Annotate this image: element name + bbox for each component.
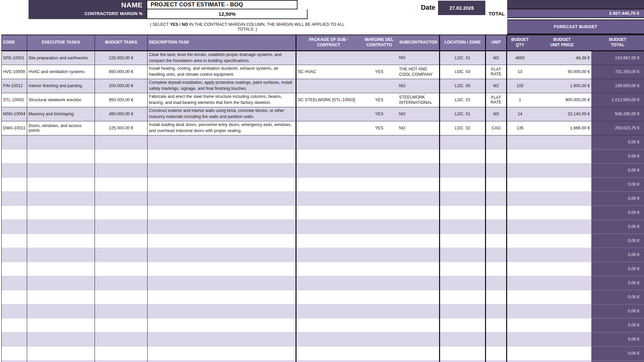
- cell-sub[interactable]: [398, 163, 440, 177]
- cell-unit[interactable]: [486, 135, 507, 149]
- cell-code[interactable]: [2, 360, 27, 362]
- cell-exec[interactable]: [27, 135, 95, 149]
- cell-qty[interactable]: [507, 191, 533, 205]
- cell-code[interactable]: SPE-10001: [2, 51, 27, 65]
- cell-exec[interactable]: [27, 304, 95, 318]
- cell-budget[interactable]: [95, 290, 148, 304]
- cell-desc[interactable]: [148, 262, 296, 276]
- cell-price[interactable]: [533, 220, 591, 234]
- cell-exec[interactable]: [27, 276, 95, 290]
- cell-price[interactable]: [533, 346, 591, 360]
- cell-loc[interactable]: [440, 149, 486, 163]
- cell-pkg[interactable]: [296, 304, 361, 318]
- cell-exec[interactable]: Doors, windows, and access points: [27, 121, 95, 135]
- cell-price[interactable]: [533, 360, 591, 362]
- cell-margin[interactable]: [361, 191, 398, 205]
- cell-exec[interactable]: [27, 318, 95, 332]
- cell-margin[interactable]: YES: [361, 121, 398, 135]
- cell-qty[interactable]: [507, 346, 533, 360]
- cell-pkg[interactable]: SC STEELWORK [STL-10003]: [296, 93, 361, 107]
- cell-total[interactable]: 0,00 €: [591, 304, 644, 318]
- cell-total[interactable]: 731.250,00 €: [591, 65, 644, 79]
- cell-desc[interactable]: [148, 177, 296, 191]
- cell-code[interactable]: [2, 346, 27, 360]
- cell-code[interactable]: [2, 149, 27, 163]
- cell-margin[interactable]: YES: [361, 65, 398, 79]
- cell-price[interactable]: 1.666,00 €: [533, 121, 591, 135]
- cell-sub[interactable]: [398, 177, 440, 191]
- cell-code[interactable]: HVC-10009: [2, 65, 27, 79]
- cell-price[interactable]: [533, 177, 591, 191]
- cell-loc[interactable]: LOC. 02: [440, 121, 486, 135]
- cell-exec[interactable]: [27, 360, 95, 362]
- cell-budget[interactable]: [95, 248, 148, 262]
- cell-exec[interactable]: [27, 205, 95, 220]
- cell-total[interactable]: 0,00 €: [591, 360, 644, 362]
- cell-sub[interactable]: [398, 149, 440, 163]
- cell-loc[interactable]: [440, 304, 486, 318]
- cell-pkg[interactable]: [296, 318, 361, 332]
- cell-margin[interactable]: [361, 135, 398, 149]
- cell-qty[interactable]: [507, 248, 533, 262]
- cell-exec[interactable]: [27, 332, 95, 346]
- cell-unit[interactable]: [486, 318, 507, 332]
- cell-margin[interactable]: [361, 177, 398, 191]
- cell-total[interactable]: 0,00 €: [591, 276, 644, 290]
- cell-loc[interactable]: LOC. 02: [440, 93, 486, 107]
- cell-desc[interactable]: [148, 318, 296, 332]
- cell-desc[interactable]: [148, 290, 296, 304]
- cell-budget[interactable]: [95, 234, 148, 248]
- cell-unit[interactable]: [486, 304, 507, 318]
- cell-margin[interactable]: [361, 332, 398, 346]
- cell-sub[interactable]: [398, 332, 440, 346]
- cell-margin[interactable]: [361, 262, 398, 276]
- cell-exec[interactable]: [27, 346, 95, 360]
- cell-pkg[interactable]: [296, 248, 361, 262]
- cell-total[interactable]: 0,00 €: [591, 346, 644, 360]
- cell-loc[interactable]: LOC. 01: [440, 107, 486, 121]
- cell-code[interactable]: [2, 177, 27, 191]
- cell-unit[interactable]: [486, 262, 507, 276]
- cell-exec[interactable]: [27, 149, 95, 163]
- cell-exec[interactable]: Structural steelwork erection: [27, 93, 95, 107]
- cell-margin[interactable]: YES: [361, 107, 398, 121]
- cell-desc[interactable]: [148, 163, 296, 177]
- cell-pkg[interactable]: [296, 234, 361, 248]
- cell-desc[interactable]: [148, 234, 296, 248]
- cell-margin[interactable]: [361, 220, 398, 234]
- cell-sub[interactable]: [398, 191, 440, 205]
- cell-margin[interactable]: [361, 51, 398, 65]
- cell-total[interactable]: 199.500,00 €: [591, 79, 644, 93]
- cell-sub[interactable]: [398, 318, 440, 332]
- cell-unit[interactable]: [486, 332, 507, 346]
- cell-qty[interactable]: 135: [507, 121, 533, 135]
- cell-pkg[interactable]: [296, 360, 361, 362]
- cell-total[interactable]: 0,00 €: [591, 205, 644, 220]
- cell-pkg[interactable]: [296, 191, 361, 205]
- cell-loc[interactable]: [440, 248, 486, 262]
- cell-loc[interactable]: [440, 191, 486, 205]
- cell-desc[interactable]: [148, 220, 296, 234]
- cell-exec[interactable]: [27, 234, 95, 248]
- cell-unit[interactable]: [486, 163, 507, 177]
- cell-pkg[interactable]: [296, 149, 361, 163]
- cell-price[interactable]: [533, 205, 591, 220]
- cell-sub[interactable]: [398, 276, 440, 290]
- cell-code[interactable]: [2, 290, 27, 304]
- cell-budget[interactable]: [95, 360, 148, 362]
- cell-pkg[interactable]: [296, 346, 361, 360]
- cell-qty[interactable]: [507, 360, 533, 362]
- cell-unit[interactable]: [486, 234, 507, 248]
- cell-code[interactable]: [2, 248, 27, 262]
- cell-sub[interactable]: NO: [398, 79, 440, 93]
- project-name-field[interactable]: PROJECT COST ESTIMATE - BOQ: [147, 0, 298, 9]
- cell-code[interactable]: [2, 318, 27, 332]
- cell-unit[interactable]: [486, 360, 507, 362]
- cell-unit[interactable]: CAD: [486, 121, 507, 135]
- cell-price[interactable]: 900.000,00 €: [533, 93, 591, 107]
- cell-price[interactable]: [533, 304, 591, 318]
- cell-unit[interactable]: [486, 220, 507, 234]
- cell-qty[interactable]: [507, 262, 533, 276]
- cell-loc[interactable]: [440, 360, 486, 362]
- cell-margin[interactable]: [361, 318, 398, 332]
